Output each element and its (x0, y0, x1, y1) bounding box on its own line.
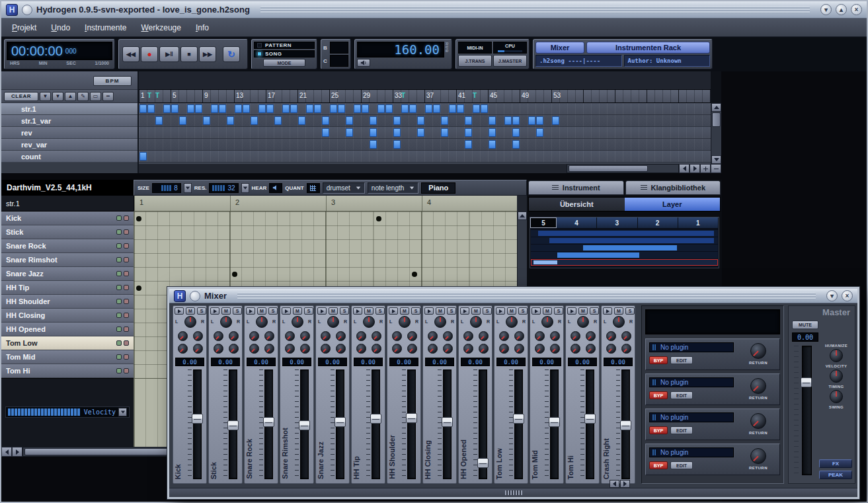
fx-send-knob[interactable] (407, 331, 417, 341)
pattern-cell[interactable] (409, 104, 416, 113)
pattern-cell[interactable] (243, 104, 250, 113)
instrument-solo-led[interactable] (124, 285, 129, 290)
instrument-solo-led[interactable] (124, 271, 129, 276)
song-grid-row[interactable] (139, 139, 711, 151)
draw-mode-button[interactable]: ✎ (77, 92, 89, 101)
fader-handle[interactable] (192, 414, 203, 424)
strip-solo-button[interactable]: S (590, 307, 599, 315)
pattern-cell[interactable] (441, 128, 448, 137)
pattern-cell[interactable] (473, 104, 480, 113)
tempo-marker[interactable]: T (147, 92, 151, 99)
fx-send-knob[interactable] (428, 331, 438, 341)
pattern-cell[interactable] (393, 140, 401, 149)
fx-send-knob[interactable] (621, 331, 631, 341)
note-dot[interactable] (136, 216, 141, 221)
note-dot[interactable] (136, 286, 141, 291)
bpm-display[interactable]: 160.00 (357, 42, 444, 58)
strip-fader[interactable] (514, 369, 523, 479)
master-fx-button[interactable]: FX (819, 459, 852, 468)
loop-button[interactable]: ↻ (223, 46, 240, 62)
pattern-cell[interactable] (417, 128, 424, 137)
pattern-cell[interactable] (290, 104, 297, 113)
pattern-cell[interactable] (306, 104, 313, 113)
pattern-cell[interactable] (385, 104, 393, 113)
fader-handle[interactable] (801, 377, 812, 387)
mixer-toggle-button[interactable]: Mixer (535, 42, 584, 54)
master-knob-velocity[interactable] (830, 349, 843, 362)
instrument-mute-led[interactable] (116, 299, 122, 304)
pattern-cell[interactable] (346, 128, 353, 137)
strip-play-button[interactable] (353, 307, 362, 315)
strip-solo-button[interactable]: S (411, 307, 420, 315)
pattern-cell[interactable] (481, 104, 488, 113)
song-pattern-str-1[interactable]: str.1 (1, 103, 138, 115)
note-dot[interactable] (232, 272, 237, 277)
fx-return-knob[interactable] (750, 413, 766, 429)
strip-fader[interactable] (372, 369, 380, 479)
strip-fader[interactable] (479, 369, 487, 479)
instrument-solo-led[interactable] (124, 368, 129, 373)
menu-werkzeuge[interactable]: Werkzeuge (134, 20, 187, 35)
song-mode-row[interactable]: SONG (254, 50, 315, 58)
shade-button[interactable]: ▾ (826, 290, 838, 301)
strip-fader[interactable] (621, 369, 630, 479)
fx-send-knob[interactable] (586, 331, 596, 341)
layer-header-5[interactable]: 5 (530, 217, 557, 228)
fx-plugin-lcd[interactable]: No plugin (649, 447, 734, 457)
song-sequence-grid[interactable] (139, 103, 711, 164)
pattern-cell[interactable] (314, 104, 321, 113)
strip-play-button[interactable] (317, 307, 327, 315)
instrument-row-snare-rock[interactable]: Snare Rock (1, 239, 134, 253)
instrument-mute-led[interactable] (116, 313, 122, 318)
property-dropdown-button[interactable] (118, 408, 127, 416)
fx-send-knob[interactable] (356, 331, 366, 341)
song-horizontal-scrollbar[interactable] (139, 164, 721, 173)
pattern-cell[interactable] (155, 116, 163, 125)
song-grid-row[interactable] (139, 151, 711, 163)
song-pattern-str-1-var[interactable]: str.1_var (1, 115, 138, 127)
scroll-up-button[interactable] (711, 103, 721, 112)
strip-solo-button[interactable]: S (233, 307, 242, 315)
strip-play-button[interactable] (210, 307, 219, 315)
pattern-cell[interactable] (258, 104, 266, 113)
song-grid-row[interactable] (139, 127, 711, 139)
strip-fader[interactable] (586, 369, 594, 479)
fx-bypass-button[interactable]: BYP (649, 391, 668, 399)
fx-send-knob[interactable] (571, 331, 580, 341)
pan-knob[interactable] (613, 316, 625, 328)
pattern-cell[interactable] (171, 104, 178, 113)
instrument-solo-led[interactable] (124, 243, 129, 249)
strip-mute-button[interactable]: M (329, 307, 338, 315)
fader-handle[interactable] (299, 420, 310, 430)
instrument-solo-led[interactable] (124, 340, 129, 346)
fx-return-knob[interactable] (750, 448, 766, 464)
timeline-bpm-button[interactable]: BPM (93, 76, 132, 86)
instrument-solo-led[interactable] (124, 229, 129, 235)
instrument-row-snare-jazz[interactable]: Snare Jazz (1, 267, 134, 281)
song-pattern-rev-var[interactable]: rev_var (1, 139, 138, 151)
pan-knob[interactable] (256, 316, 268, 328)
strip-mute-button[interactable]: M (186, 307, 195, 315)
strip-play-button[interactable] (175, 307, 184, 315)
strip-mute-button[interactable]: M (364, 307, 374, 315)
instrument-mute-led[interactable] (116, 257, 122, 262)
pattern-cell[interactable] (512, 116, 520, 125)
select-mode-button[interactable]: ▭ (90, 92, 101, 101)
pattern-cell[interactable] (227, 116, 234, 125)
strip-mute-button[interactable]: M (400, 307, 409, 315)
fader-handle[interactable] (477, 458, 489, 468)
tab-overview[interactable]: Übersicht (529, 198, 625, 211)
forward-button[interactable]: ▶▶ (199, 46, 216, 62)
strip-solo-button[interactable]: S (518, 307, 528, 315)
pattern-cell[interactable] (346, 116, 353, 125)
fx-send-knob[interactable] (214, 344, 223, 354)
fx-send-knob[interactable] (499, 331, 509, 341)
fx-send-knob[interactable] (586, 344, 596, 354)
fx-send-knob[interactable] (372, 331, 381, 341)
song-pattern-rev[interactable]: rev (1, 127, 138, 139)
strip-mute-button[interactable]: M (578, 307, 588, 315)
strip-mute-button[interactable]: M (293, 307, 302, 315)
fx-plugin-lcd[interactable]: No plugin (649, 377, 734, 387)
scroll-left-button[interactable] (679, 164, 690, 173)
strip-fader[interactable] (336, 369, 344, 479)
